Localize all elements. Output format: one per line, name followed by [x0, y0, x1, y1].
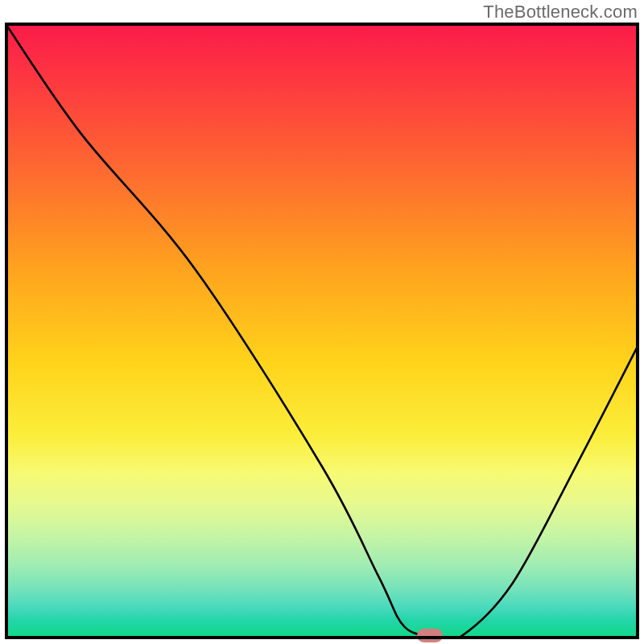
- watermark-text: TheBottleneck.com: [483, 2, 638, 23]
- chart-container: TheBottleneck.com: [0, 0, 644, 644]
- bottleneck-curve: [5, 23, 639, 639]
- optimal-point-marker: [417, 629, 443, 642]
- chart-frame: [5, 23, 639, 639]
